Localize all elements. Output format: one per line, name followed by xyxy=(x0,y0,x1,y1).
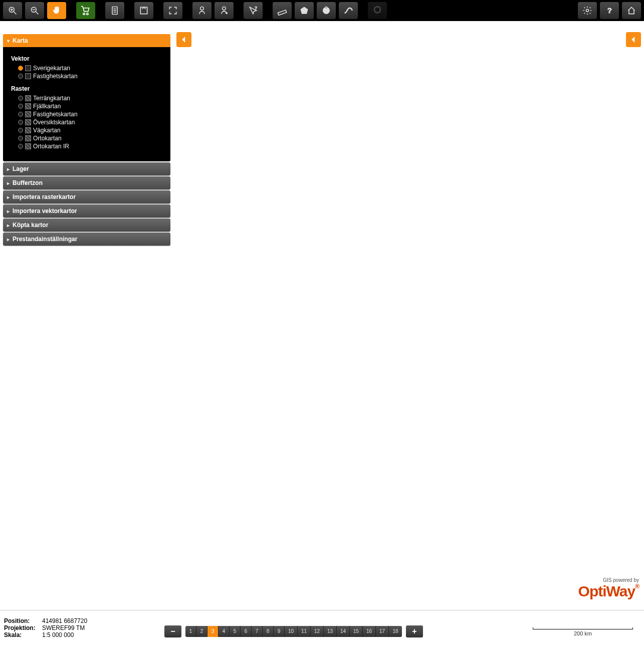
group-raster-title: Raster xyxy=(11,85,166,92)
shape-icon xyxy=(299,6,309,16)
main-area: Karta Vektor Sverigekartan Fastighetskar… xyxy=(0,21,644,610)
puzzle-button[interactable] xyxy=(368,2,387,19)
scale-bar: 200 km xyxy=(533,627,633,636)
doc-button[interactable] xyxy=(105,2,124,19)
raster-icon xyxy=(25,103,31,109)
projection-label: Projektion: xyxy=(4,624,40,631)
zoom-step-6[interactable]: 6 xyxy=(241,626,252,637)
layer-label: Vägkartan xyxy=(33,127,61,134)
layer-ortokartan-ir[interactable]: Ortokartan IR xyxy=(11,142,166,150)
layer-oversiktskartan[interactable]: Översiktskartan xyxy=(11,118,166,126)
zoom-out-step-button[interactable]: − xyxy=(164,625,181,637)
status-info: Position:414981 6687720 Projektion:SWERE… xyxy=(4,617,134,638)
circle-button[interactable] xyxy=(317,2,336,19)
sidebar: Karta Vektor Sverigekartan Fastighetskar… xyxy=(3,33,170,246)
radio-on-icon xyxy=(18,66,23,71)
layer-ortokartan[interactable]: Ortokartan xyxy=(11,134,166,142)
settings-button[interactable] xyxy=(578,2,597,19)
layer-fastighetskartan-v[interactable]: Fastighetskartan xyxy=(11,72,166,80)
help-button[interactable]: ? xyxy=(600,2,619,19)
zoom-bar: − 123456789101112131415161718 + xyxy=(164,625,423,637)
home-icon xyxy=(626,6,636,16)
accordion-karta-body: Vektor Sverigekartan Fastighetskartan Ra… xyxy=(3,47,170,161)
zoom-step-7[interactable]: 7 xyxy=(252,626,263,637)
zoom-step-17[interactable]: 17 xyxy=(376,626,389,637)
svg-point-21 xyxy=(353,323,358,328)
zoom-step-4[interactable]: 4 xyxy=(219,626,230,637)
scale-bar-label: 200 km xyxy=(533,630,633,636)
credits-small: GIS powered by xyxy=(578,577,639,583)
layer-label: Fastighetskartan xyxy=(33,111,78,118)
pan-button[interactable] xyxy=(47,2,66,19)
zoom-step-14[interactable]: 14 xyxy=(337,626,350,637)
position-value: 414981 6687720 xyxy=(42,617,87,624)
layer-sverigekartan[interactable]: Sverigekartan xyxy=(11,64,166,72)
credits: GIS powered by OptiWay® xyxy=(578,577,639,600)
svg-point-22 xyxy=(289,364,293,368)
svg-line-1 xyxy=(14,12,17,15)
home-button[interactable] xyxy=(622,2,641,19)
collapse-right-panel-button[interactable] xyxy=(626,32,641,47)
accordion-label: Buffertzon xyxy=(13,179,43,186)
zoom-step-5[interactable]: 5 xyxy=(230,626,241,637)
raster-icon xyxy=(25,95,31,101)
accordion-label: Importera vektorkartor xyxy=(13,207,77,214)
layer-label: Ortokartan xyxy=(33,135,62,142)
zoom-step-8[interactable]: 8 xyxy=(263,626,274,637)
radio-off-icon xyxy=(18,74,23,79)
zoom-step-12[interactable]: 12 xyxy=(311,626,324,637)
collapse-left-panel-button[interactable] xyxy=(176,32,191,47)
zoom-step-2[interactable]: 2 xyxy=(196,626,207,637)
chevron-left-icon xyxy=(629,35,638,44)
radio-off-icon xyxy=(18,144,23,149)
zoom-step-13[interactable]: 13 xyxy=(324,626,337,637)
path-button[interactable] xyxy=(339,2,358,19)
ruler-button[interactable] xyxy=(273,2,292,19)
puzzle-icon xyxy=(372,6,382,16)
projection-value: SWEREF99 TM xyxy=(42,624,85,631)
select-question-button[interactable]: ? xyxy=(244,2,263,19)
layer-vagkartan[interactable]: Vägkartan xyxy=(11,126,166,134)
top-toolbar: ? ? xyxy=(0,0,644,21)
identify-feature-button[interactable] xyxy=(192,2,211,19)
zoom-out-button[interactable] xyxy=(25,2,44,19)
accordion-import-vektor[interactable]: Importera vektorkartor xyxy=(3,204,170,218)
radio-off-icon xyxy=(18,104,23,109)
circle-icon xyxy=(321,6,331,16)
zoom-step-9[interactable]: 9 xyxy=(274,626,285,637)
layer-label: Ortokartan IR xyxy=(33,143,69,150)
zoom-in-step-button[interactable]: + xyxy=(406,625,423,637)
layer-terrangkartan[interactable]: Terrängkartan xyxy=(11,94,166,102)
accordion-buffertzon[interactable]: Buffertzon xyxy=(3,176,170,189)
svg-point-14 xyxy=(226,12,227,14)
accordion-label: Importera rasterkartor xyxy=(13,193,76,200)
layer-fastighetskartan-r[interactable]: Fastighetskartan xyxy=(11,110,166,118)
zoom-step-3[interactable]: 3 xyxy=(207,626,219,637)
cart-button[interactable] xyxy=(76,2,95,19)
select-question-icon: ? xyxy=(248,6,258,16)
svg-rect-18 xyxy=(326,7,327,9)
fullextent-button[interactable] xyxy=(163,2,182,19)
status-bar: Position:414981 6687720 Projektion:SWERE… xyxy=(0,610,644,645)
accordion-karta[interactable]: Karta xyxy=(3,34,170,47)
accordion-lager[interactable]: Lager xyxy=(3,162,170,175)
zoom-in-button[interactable] xyxy=(3,2,22,19)
accordion-prestanda[interactable]: Prestandainställningar xyxy=(3,233,170,246)
shape-button[interactable] xyxy=(295,2,314,19)
zoom-steps: 123456789101112131415161718 xyxy=(185,626,402,637)
svg-point-26 xyxy=(404,159,407,162)
path-icon xyxy=(343,6,353,16)
zoom-step-10[interactable]: 10 xyxy=(285,626,298,637)
identify-point-button[interactable] xyxy=(214,2,234,19)
accordion-import-raster[interactable]: Importera rasterkartor xyxy=(3,190,170,203)
zoom-step-16[interactable]: 16 xyxy=(363,626,376,637)
layer-fjallkartan[interactable]: Fjällkartan xyxy=(11,102,166,110)
zoom-step-18[interactable]: 18 xyxy=(389,626,402,637)
identify-feature-icon xyxy=(197,6,207,16)
zoom-step-1[interactable]: 1 xyxy=(185,626,196,637)
zoom-step-11[interactable]: 11 xyxy=(298,626,311,637)
export-button[interactable] xyxy=(134,2,153,19)
gear-icon xyxy=(582,6,592,16)
accordion-kopta-kartor[interactable]: Köpta kartor xyxy=(3,219,170,232)
zoom-step-15[interactable]: 15 xyxy=(350,626,363,637)
